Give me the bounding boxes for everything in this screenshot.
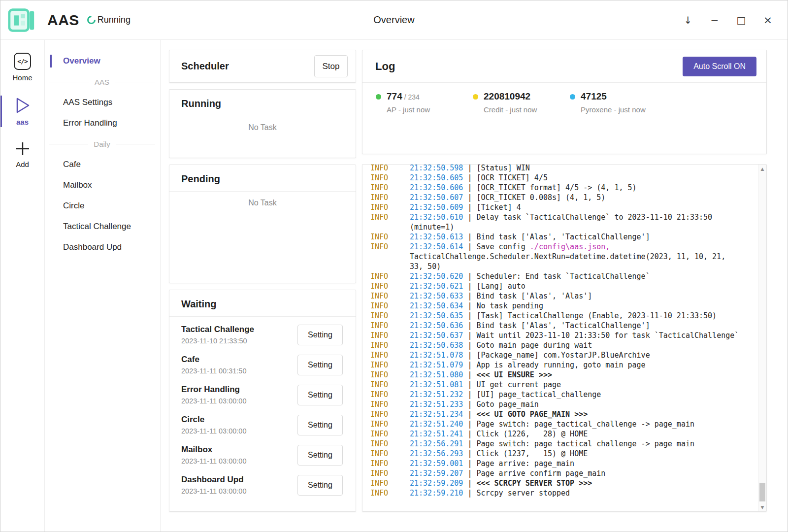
- waiting-task-list: Tactical Challenge 2023-11-10 21:33:50 S…: [169, 317, 356, 500]
- log-line: INFO21:32:51.241 | Click (1226, 28) @ HO…: [370, 429, 756, 439]
- log-line: INFO21:32:50.620 | Scheduler: End task `…: [370, 271, 756, 281]
- nav-item-tactical-challenge[interactable]: Tactical Challenge: [45, 216, 160, 237]
- separator-line: [116, 144, 155, 144]
- activity-item-add[interactable]: Add: [0, 140, 44, 169]
- task-info: Circle 2023-11-11 03:00:00: [181, 415, 247, 435]
- setting-button-dashboard-upd[interactable]: Setting: [297, 475, 343, 496]
- log-line: INFO21:32:50.610 | Delay task `TacticalC…: [370, 212, 756, 232]
- log-scrollbar[interactable]: ▲ ▼: [758, 165, 766, 511]
- nav-item-error-handling[interactable]: Error Handling: [45, 113, 160, 133]
- maximize-icon[interactable]: □: [731, 10, 751, 30]
- setting-button-circle[interactable]: Setting: [297, 415, 343, 435]
- log-line: INFO21:32:50.598 | [Status] WIN: [370, 164, 756, 173]
- waiting-task-dashboard-upd: Dashboard Upd 2023-11-11 03:00:00 Settin…: [169, 470, 356, 500]
- running-spinner-icon: [85, 14, 97, 26]
- stat-label: AP - just now: [376, 105, 473, 114]
- log-line: INFO21:32:50.633 | Bind task ['Alas', 'A…: [370, 291, 756, 301]
- log-line: INFO21:32:50.614 | Save config ./config\…: [370, 242, 756, 271]
- auto-scroll-button[interactable]: Auto Scroll ON: [683, 57, 756, 76]
- log-line: INFO21:32:50.638 | Goto main page during…: [370, 340, 756, 350]
- log-line: INFO21:32:51.234 | <<< UI GOTO PAGE_MAIN…: [370, 409, 756, 419]
- task-name: Cafe: [181, 355, 247, 365]
- window-controls: ↓ − □ ×: [678, 10, 788, 30]
- task-next-run-time: 2023-11-11 03:00:00: [181, 427, 247, 435]
- nav-item-label: Mailbox: [63, 180, 92, 190]
- separator-line: [49, 82, 89, 82]
- log-line: INFO21:32:50.609 | [Ticket] 4: [370, 202, 756, 212]
- stat-value: 774: [387, 91, 402, 102]
- scheduler-title: Scheduler: [181, 61, 229, 72]
- stat-dot-icon: [473, 94, 478, 100]
- nav-item-cafe[interactable]: Cafe: [45, 154, 160, 175]
- task-name: Mailbox: [181, 445, 247, 455]
- setting-button-tactical-challenge[interactable]: Setting: [297, 325, 343, 345]
- activity-item-aas[interactable]: aas: [0, 96, 44, 127]
- update-arrow-icon[interactable]: ↓: [678, 10, 698, 30]
- log-line: INFO21:32:51.079 | App is already runnin…: [370, 360, 756, 370]
- running-status: Running: [98, 15, 131, 25]
- task-name: Tactical Challenge: [181, 325, 254, 334]
- log-line: INFO21:32:59.210 | Scrcpy server stopped: [370, 488, 756, 498]
- log-output-card[interactable]: INFO21:32:50.598 | [Status] WININFO21:32…: [362, 164, 767, 512]
- nav-item-dashboard-upd[interactable]: Dashboard Upd: [45, 237, 160, 258]
- task-info: Cafe 2023-11-11 00:31:50: [181, 355, 247, 375]
- task-next-run-time: 2023-11-11 03:00:00: [181, 487, 247, 495]
- pending-title: Pending: [181, 173, 220, 185]
- setting-button-error-handling[interactable]: Setting: [297, 385, 343, 405]
- log-line: INFO21:32:51.233 | Goto page_main: [370, 399, 756, 409]
- waiting-task-mailbox: Mailbox 2023-11-11 03:00:00 Setting: [169, 440, 356, 470]
- log-line: INFO21:32:50.605 | [OCR_TICKET] 4/5: [370, 173, 756, 183]
- waiting-task-circle: Circle 2023-11-11 03:00:00 Setting: [169, 410, 356, 440]
- scrollbar-thumb[interactable]: [759, 483, 765, 501]
- stat-extra-value: / 234: [404, 93, 420, 101]
- nav-item-circle[interactable]: Circle: [45, 196, 160, 216]
- nav-item-mailbox[interactable]: Mailbox: [45, 175, 160, 196]
- activity-item-label: Home: [12, 73, 32, 82]
- task-next-run-time: 2023-11-11 03:00:00: [181, 457, 247, 465]
- stat-value: 220810942: [484, 91, 530, 102]
- scroll-up-icon[interactable]: ▲: [758, 165, 766, 173]
- pending-card: Pending No Task: [169, 165, 356, 283]
- main-content: Scheduler Stop Running No Task Pending N…: [161, 40, 788, 532]
- stat-value: 47125: [581, 91, 607, 102]
- log-column: Log Auto Scroll ON 774 / 234 AP - just n…: [362, 50, 767, 512]
- stat-credit-just-now: 220810942 Credit - just now: [473, 91, 570, 114]
- pending-empty-text: No Task: [169, 192, 356, 207]
- stop-button[interactable]: Stop: [314, 55, 348, 77]
- nav-item-label: Tactical Challenge: [63, 222, 131, 232]
- nav-item-label: Circle: [63, 201, 84, 211]
- nav-item-label: AAS Settings: [63, 98, 112, 107]
- activity-item-home[interactable]: </> Home: [0, 52, 44, 83]
- task-next-run-time: 2023-11-11 03:00:00: [181, 397, 247, 405]
- log-line: INFO21:32:51.232 | [UI] page_tactical_ch…: [370, 390, 756, 399]
- setting-button-mailbox[interactable]: Setting: [297, 445, 343, 466]
- close-icon[interactable]: ×: [758, 10, 778, 30]
- scheduler-column: Scheduler Stop Running No Task Pending N…: [169, 50, 356, 512]
- running-title: Running: [181, 98, 221, 109]
- nav-item-aas-settings[interactable]: AAS Settings: [45, 92, 160, 113]
- nav-group-separator-aas: AAS: [45, 71, 160, 92]
- minimize-icon[interactable]: −: [705, 10, 724, 30]
- stat-dot-icon: [570, 94, 575, 100]
- task-next-run-time: 2023-11-11 00:31:50: [181, 367, 247, 375]
- scroll-down-icon[interactable]: ▼: [758, 503, 766, 511]
- waiting-task-cafe: Cafe 2023-11-11 00:31:50 Setting: [169, 350, 356, 380]
- separator-line: [115, 82, 155, 82]
- log-line: INFO21:32:51.080 | <<< UI ENSURE >>>: [370, 370, 756, 380]
- waiting-card: Waiting Tactical Challenge 2023-11-10 21…: [169, 290, 356, 512]
- activity-item-label: Add: [16, 160, 29, 168]
- setting-button-cafe[interactable]: Setting: [297, 355, 343, 375]
- log-line: INFO21:32:50.621 | [Lang] auto: [370, 281, 756, 291]
- titlebar: AAS Running Overview ↓ − □ ×: [0, 0, 788, 40]
- nav-item-label: Overview: [63, 56, 100, 66]
- app-window: AAS Running Overview ↓ − □ × </> Home aa…: [0, 0, 788, 532]
- log-line: INFO21:32:51.078 | [Package_name] com.Yo…: [370, 350, 756, 360]
- log-line: INFO21:32:59.207 | Page arrive confirm p…: [370, 468, 756, 478]
- nav-item-overview[interactable]: Overview: [45, 51, 160, 71]
- stat-ap-just-now: 774 / 234 AP - just now: [376, 91, 473, 114]
- log-title: Log: [375, 60, 395, 73]
- nav-group-separator-daily: Daily: [45, 133, 160, 154]
- task-info: Tactical Challenge 2023-11-10 21:33:50: [181, 325, 254, 345]
- activity-item-label: aas: [16, 118, 29, 126]
- plus-icon: [15, 141, 31, 157]
